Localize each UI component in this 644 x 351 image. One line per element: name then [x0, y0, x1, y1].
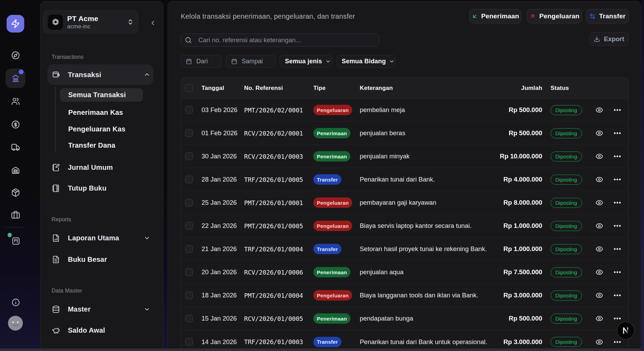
- nextjs-dev-badge[interactable]: [617, 322, 635, 340]
- row-checkbox[interactable]: [185, 129, 193, 137]
- subtree-line: [55, 87, 56, 153]
- sidebar-item-jurnal-umum[interactable]: Jurnal Umum: [47, 160, 153, 175]
- row-checkbox[interactable]: [185, 268, 193, 276]
- filter-dari[interactable]: Dari: [180, 55, 222, 68]
- user-avatar[interactable]: [8, 316, 23, 331]
- table-row[interactable]: 15 Jan 2026 RCV/2026/01/0005 Penerimaan …: [181, 307, 628, 330]
- arrow-left-right-icon: [589, 13, 596, 19]
- sidebar-item-saldo-awal[interactable]: Saldo Awal: [47, 323, 153, 338]
- download-icon: [594, 36, 600, 42]
- filter-semua-bidang[interactable]: Semua Bidang: [337, 55, 395, 68]
- view-row-button[interactable]: [596, 315, 603, 322]
- row-menu-button[interactable]: [613, 129, 621, 137]
- cell-ref: PMT/2026/01/0004: [244, 292, 313, 299]
- pengeluaran-button[interactable]: Pengeluaran: [527, 9, 582, 24]
- cell-date: 20 Jan 2026: [202, 268, 244, 276]
- rail-item-users[interactable]: [11, 97, 20, 106]
- table-row[interactable]: 01 Feb 2026 RCV/2026/02/0001 Penerimaan …: [181, 122, 628, 145]
- view-row-button[interactable]: [596, 338, 603, 346]
- row-checkbox[interactable]: [185, 106, 193, 114]
- sidebar-item-laporan-utama[interactable]: Laporan Utama: [47, 231, 153, 246]
- app-logo[interactable]: [7, 15, 24, 33]
- search-box: [180, 34, 379, 47]
- company-switcher[interactable]: PT Acme acme-inc: [43, 10, 138, 34]
- ellipsis-icon: [613, 268, 621, 276]
- cell-ref: PMT/2026/02/0001: [244, 107, 313, 114]
- row-checkbox[interactable]: [185, 199, 193, 206]
- type-badge: Pengeluaran: [313, 105, 352, 115]
- view-row-button[interactable]: [596, 245, 603, 253]
- truck-icon: [11, 143, 20, 152]
- table-row[interactable]: 21 Jan 2026 TRF/2026/01/0004 Transfer Se…: [181, 238, 628, 261]
- sidebar-item-transaksi[interactable]: Transaksi: [47, 64, 153, 85]
- rail-item-package[interactable]: [11, 188, 20, 197]
- vertical-scrollbar-gutter[interactable]: [641, 0, 644, 351]
- table-row[interactable]: 14 Jan 2026 TRF/2026/01/0003 Transfer Pe…: [181, 330, 628, 351]
- search-input[interactable]: [198, 36, 379, 44]
- row-menu-button[interactable]: [613, 106, 621, 114]
- sidebar-subitem-semua-transaksi[interactable]: Semua Transaksi: [60, 88, 143, 102]
- rail-item-warehouse[interactable]: [11, 166, 20, 175]
- penerimaan-button[interactable]: Penerimaan: [469, 9, 521, 24]
- rail-item-landmark[interactable]: [11, 74, 20, 83]
- row-menu-button[interactable]: [613, 198, 621, 207]
- view-row-button[interactable]: [596, 222, 603, 230]
- view-row-button[interactable]: [596, 268, 603, 276]
- sidebar-subitem-pengeluaran-kas[interactable]: Pengeluaran Kas: [60, 122, 143, 136]
- rail-item-compass[interactable]: [11, 51, 20, 60]
- ellipsis-icon: [613, 245, 621, 253]
- select-all-checkbox[interactable]: [185, 84, 193, 92]
- transfer-button[interactable]: Transfer: [586, 9, 629, 24]
- sidebar-subitem-label: Penerimaan Kas: [68, 109, 123, 117]
- sidebar-subitem-penerimaan-kas[interactable]: Penerimaan Kas: [60, 106, 143, 119]
- view-row-button[interactable]: [596, 106, 603, 114]
- rail-divider: [6, 227, 25, 228]
- status-badge: Diposting: [551, 151, 582, 161]
- sidebar-item-master[interactable]: Master: [47, 302, 153, 317]
- sidebar-collapse-button[interactable]: [148, 18, 157, 27]
- rail-item-info[interactable]: [11, 298, 20, 307]
- row-menu-button[interactable]: [613, 245, 621, 253]
- table-row[interactable]: 25 Jan 2026 PMT/2026/01/0001 Pengeluaran…: [181, 191, 628, 214]
- view-row-button[interactable]: [596, 176, 603, 183]
- cell-amount: Rp 7.500.000: [474, 268, 542, 276]
- table-row[interactable]: 22 Jan 2026 PMT/2026/01/0005 Pengeluaran…: [181, 214, 628, 238]
- row-menu-button[interactable]: [613, 152, 621, 160]
- row-checkbox[interactable]: [185, 292, 193, 299]
- horizontal-scrollbar[interactable]: [0, 349, 644, 351]
- main-content: Kelola transaksi penerimaan, pengeluaran…: [168, 1, 641, 351]
- row-menu-button[interactable]: [613, 291, 621, 299]
- rail-item-square-kanban[interactable]: [11, 237, 20, 246]
- row-checkbox[interactable]: [185, 222, 193, 230]
- status-badge: Diposting: [551, 175, 582, 185]
- rail-item-truck[interactable]: [11, 143, 20, 152]
- table-row[interactable]: 30 Jan 2026 RCV/2026/01/0003 Penerimaan …: [181, 145, 628, 168]
- view-row-button[interactable]: [596, 153, 603, 160]
- sidebar-item-tutup-buku[interactable]: Tutup Buku: [47, 181, 153, 196]
- filter-sampai[interactable]: Sampai: [226, 55, 276, 68]
- table-row[interactable]: 20 Jan 2026 RCV/2026/01/0006 Penerimaan …: [181, 261, 628, 284]
- table-row[interactable]: 18 Jan 2026 PMT/2026/01/0004 Pengeluaran…: [181, 284, 628, 307]
- row-checkbox[interactable]: [185, 338, 193, 346]
- rail-item-briefcase[interactable]: [11, 211, 20, 220]
- rail-item-circle-dollar-sign[interactable]: [11, 120, 20, 129]
- row-menu-button[interactable]: [613, 222, 621, 230]
- sidebar-item-buku-besar[interactable]: Buku Besar: [47, 252, 153, 267]
- row-menu-button[interactable]: [613, 175, 621, 184]
- filter-semua-jenis[interactable]: Semua jenis: [280, 55, 332, 68]
- row-checkbox[interactable]: [185, 315, 193, 322]
- table-row[interactable]: 03 Feb 2026 PMT/2026/02/0001 Pengeluaran…: [181, 99, 628, 122]
- table-row[interactable]: 28 Jan 2026 TRF/2026/01/0005 Transfer Pe…: [181, 168, 628, 191]
- cell-ref: TRF/2026/01/0005: [244, 176, 313, 183]
- row-checkbox[interactable]: [185, 153, 193, 160]
- type-badge: Transfer: [313, 244, 341, 254]
- row-checkbox[interactable]: [185, 245, 193, 253]
- chevrons-up-down-icon: [127, 19, 134, 25]
- export-button[interactable]: Export: [589, 32, 629, 46]
- view-row-button[interactable]: [596, 129, 603, 137]
- row-checkbox[interactable]: [185, 176, 193, 183]
- row-menu-button[interactable]: [613, 268, 621, 276]
- sidebar-subitem-transfer-dana[interactable]: Transfer Dana: [60, 139, 143, 152]
- view-row-button[interactable]: [596, 199, 603, 206]
- view-row-button[interactable]: [596, 292, 603, 299]
